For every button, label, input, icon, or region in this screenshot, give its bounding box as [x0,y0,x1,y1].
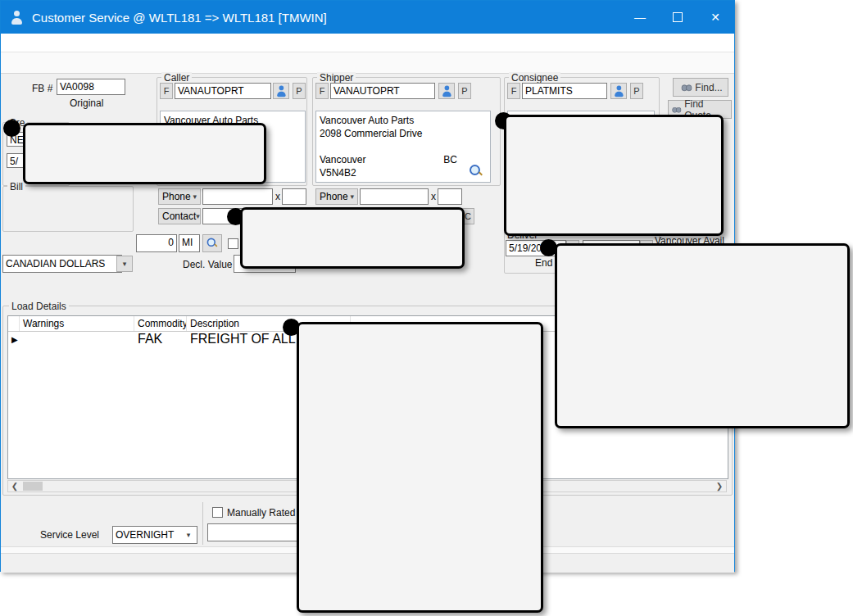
shipper-f-button[interactable]: F [315,83,329,99]
app-icon [9,9,25,25]
caller-phone-dropdown[interactable]: Phone▾ [158,188,201,205]
grid-col-warnings[interactable]: Warnings [20,316,134,331]
commodity-cell: FAK [134,332,187,346]
find-button[interactable]: Find... [673,78,728,97]
scroll-right-icon[interactable]: ❯ [713,481,726,491]
rate-input[interactable] [207,523,309,541]
scrollbar-thumb[interactable] [23,482,43,491]
shipper-person-button[interactable] [438,83,455,99]
minimize-button[interactable]: — [621,1,659,34]
shipper-address-box: Vancouver Auto Parts 2098 Commercial Dri… [315,111,491,183]
context-dot [3,120,20,137]
maximize-icon [673,12,683,22]
shipper-code-input[interactable]: VANAUTOPRT [330,83,435,99]
caller-f-button[interactable]: F [160,83,173,99]
distance-search-button[interactable] [202,234,222,252]
bill-group [2,186,134,232]
shipper-city: Vancouver [320,153,365,166]
shipper-address1: Vancouver Auto Parts [320,114,487,127]
shipper-group-title: Shipper [317,72,356,84]
consignee-f-button[interactable]: F [507,83,520,99]
load-details-title: Load Details [9,301,69,312]
fb-caption: Original [70,97,103,109]
screen: Customer Service @ WLTL181 => WLTL181 [T… [0,0,853,616]
shipper-postal: V5N4B2 [320,166,487,179]
warnings-cell [20,332,134,346]
consignee-person-button[interactable] [610,83,627,99]
consignee-group-title: Consignee [509,72,560,84]
caller-code-input[interactable]: VANAUTOPRT [175,83,271,99]
caller-group-title: Caller [161,72,192,84]
caller-p-button[interactable]: P [293,83,306,99]
consignee-p-button[interactable]: P [630,83,643,99]
manually-rated-label: Manually Rated [227,507,295,519]
consignee-code-input[interactable]: PLATMITS [522,83,607,99]
context-menu-header [23,123,266,184]
context-menu-grid [297,322,543,613]
shipper-ext-input[interactable] [438,188,462,205]
currency-dropdown-icon[interactable]: ▾ [116,256,133,272]
service-level-dropdown-icon[interactable]: ▾ [180,527,197,543]
binoculars-icon [681,82,692,93]
magnifier-icon [206,237,219,250]
menu-bar [1,34,734,52]
toolbar [1,52,734,74]
shipper-address2: 2098 Commercial Drive [320,127,487,140]
row-marker-icon: ▶ [11,335,18,344]
context-menu-date [555,243,850,428]
fb-input[interactable]: VA0098 [57,79,125,95]
close-button[interactable]: ✕ [696,1,734,34]
person-icon [613,84,624,97]
grid-col-commodity[interactable]: Commodity [134,316,187,331]
shipper-ext-label: x [431,191,436,202]
decl-value-label: Decl. Value [183,259,232,270]
caller-ext-input[interactable] [282,188,306,205]
person-icon [275,84,287,97]
caller-ext-label: x [275,191,280,202]
caller-person-button[interactable] [273,83,289,99]
shipper-phone-dropdown[interactable]: Phone▾ [315,188,358,205]
scroll-left-icon[interactable]: ❮ [8,481,21,491]
service-level-label: Service Level [40,529,99,541]
context-menu-bill-to [240,207,465,269]
miles-input[interactable]: 0 [136,234,177,252]
caller-contact-dropdown[interactable]: Contact▾ [158,208,201,224]
maximize-button[interactable] [659,1,696,34]
divider [202,502,203,545]
context-menu-edit [504,115,724,236]
shipper-province: BC [443,153,457,166]
person-icon [441,84,452,97]
currency-select[interactable]: CANADIAN DOLLARS [2,255,122,273]
shipper-phone-input[interactable] [360,188,429,205]
fb-label: FB # [32,83,52,94]
miles-checkbox[interactable] [228,238,238,249]
binoculars-icon [672,105,681,115]
window-title: Customer Service @ WLTL181 => WLTL181 [T… [32,11,327,25]
shipper-zone-search-icon[interactable] [468,163,484,179]
caller-phone-input[interactable] [202,188,273,205]
title-bar[interactable]: Customer Service @ WLTL181 => WLTL181 [T… [1,1,734,34]
bill-group-title: Bill [7,181,25,192]
manually-rated-checkbox[interactable] [212,507,223,518]
miles-unit-field: MI [179,234,200,252]
shipper-p-button[interactable]: P [458,83,471,99]
